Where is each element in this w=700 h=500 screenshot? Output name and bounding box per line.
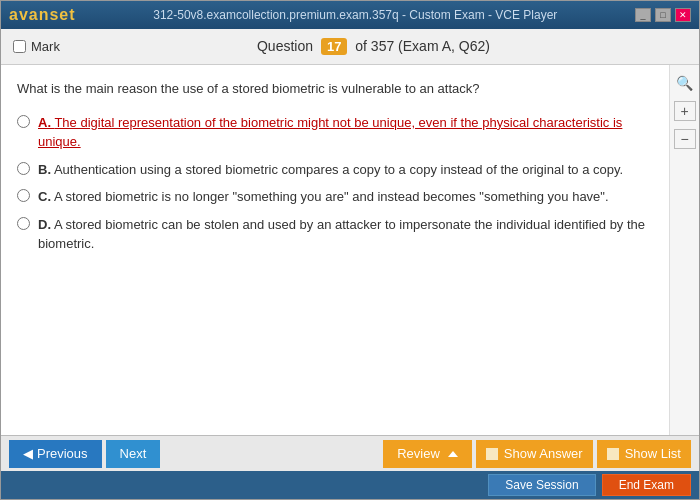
option-d-letter: D. [38, 217, 51, 232]
mark-checkbox[interactable] [13, 40, 26, 53]
option-a-radio[interactable] [17, 115, 30, 128]
next-label: Next [120, 446, 147, 461]
bottom-toolbar: ◀ Previous Next Review Show Answer Show … [1, 435, 699, 471]
review-chevron-icon [448, 451, 458, 457]
window-controls: _ □ ✕ [635, 8, 691, 22]
prev-arrow-icon: ◀ [23, 446, 33, 461]
search-icon[interactable]: 🔍 [675, 73, 695, 93]
right-sidebar: 🔍 + − [669, 65, 699, 435]
option-b-radio[interactable] [17, 162, 30, 175]
show-list-icon [607, 448, 619, 460]
question-header: Mark Question 17 of 357 (Exam A, Q62) [1, 29, 699, 65]
title-bar-left: avanset [9, 6, 76, 24]
window-title: 312-50v8.examcollection.premium.exam.357… [76, 8, 635, 22]
show-answer-button[interactable]: Show Answer [476, 440, 593, 468]
end-exam-label: End Exam [619, 478, 674, 492]
logo-accent: set [49, 6, 75, 23]
question-number-area: Question 17 of 357 (Exam A, Q62) [60, 38, 687, 55]
mark-label[interactable]: Mark [13, 39, 60, 54]
option-c-text: A stored biometric is no longer "somethi… [54, 189, 609, 204]
answer-options: A. The digital representation of the bio… [17, 113, 653, 254]
title-bar: avanset 312-50v8.examcollection.premium.… [1, 1, 699, 29]
review-button[interactable]: Review [383, 440, 472, 468]
previous-label: Previous [37, 446, 88, 461]
question-area: What is the main reason the use of a sto… [1, 65, 669, 435]
main-window: avanset 312-50v8.examcollection.premium.… [0, 0, 700, 500]
show-answer-label: Show Answer [504, 446, 583, 461]
option-a-label: A. The digital representation of the bio… [38, 113, 653, 152]
option-b-label: B. Authentication using a stored biometr… [38, 160, 623, 180]
option-a-text: The digital representation of the biomet… [38, 115, 622, 150]
main-content: What is the main reason the use of a sto… [1, 65, 699, 435]
save-session-label: Save Session [505, 478, 578, 492]
save-session-button[interactable]: Save Session [488, 474, 595, 496]
status-bar: Save Session End Exam [1, 471, 699, 499]
maximize-button[interactable]: □ [655, 8, 671, 22]
option-a-letter: A. [38, 115, 51, 130]
show-list-label: Show List [625, 446, 681, 461]
next-button[interactable]: Next [106, 440, 161, 468]
mark-text: Mark [31, 39, 60, 54]
question-text: What is the main reason the use of a sto… [17, 79, 653, 99]
question-number-badge: 17 [321, 38, 347, 55]
close-button[interactable]: ✕ [675, 8, 691, 22]
show-list-button[interactable]: Show List [597, 440, 691, 468]
option-d-radio[interactable] [17, 217, 30, 230]
option-b-text: Authentication using a stored biometric … [54, 162, 623, 177]
question-total: of 357 (Exam A, Q62) [355, 38, 490, 54]
option-d-label: D. A stored biometric can be stolen and … [38, 215, 653, 254]
previous-button[interactable]: ◀ Previous [9, 440, 102, 468]
option-b-row: B. Authentication using a stored biometr… [17, 160, 653, 180]
option-c-row: C. A stored biometric is no longer "some… [17, 187, 653, 207]
zoom-out-button[interactable]: − [674, 129, 696, 149]
option-c-letter: C. [38, 189, 51, 204]
option-c-label: C. A stored biometric is no longer "some… [38, 187, 609, 207]
review-label: Review [397, 446, 440, 461]
logo: avanset [9, 6, 76, 24]
option-d-row: D. A stored biometric can be stolen and … [17, 215, 653, 254]
option-a-row: A. The digital representation of the bio… [17, 113, 653, 152]
minimize-button[interactable]: _ [635, 8, 651, 22]
show-answer-icon [486, 448, 498, 460]
end-exam-button[interactable]: End Exam [602, 474, 691, 496]
option-d-text: A stored biometric can be stolen and use… [38, 217, 645, 252]
question-label: Question [257, 38, 313, 54]
option-c-radio[interactable] [17, 189, 30, 202]
logo-first: avan [9, 6, 49, 23]
option-b-letter: B. [38, 162, 51, 177]
zoom-in-button[interactable]: + [674, 101, 696, 121]
